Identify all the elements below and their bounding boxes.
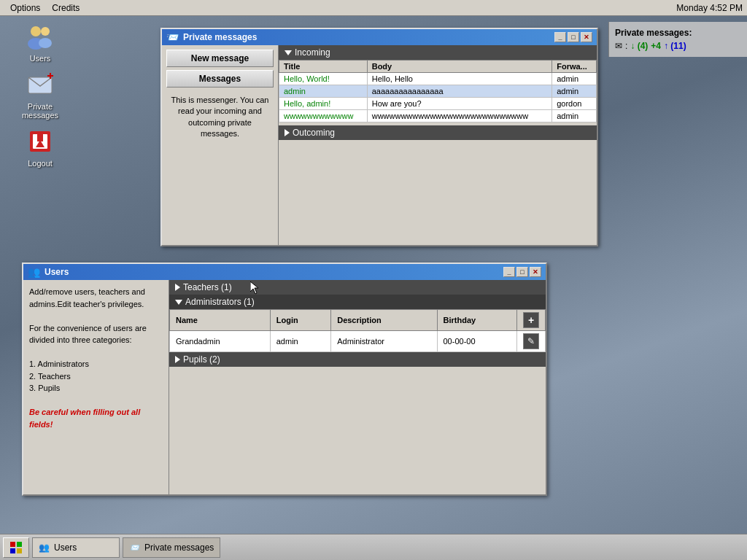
system-clock: Monday 4:52 PM — [676, 3, 743, 13]
msg-body: aaaaaaaaaaaaaaaa — [367, 85, 551, 98]
desktop: Options Credits Monday 4:52 PM Users — [0, 0, 747, 560]
incoming-section-header[interactable]: Incoming — [279, 45, 597, 60]
msg-forward: gordon — [552, 98, 597, 110]
users-warning: Be careful when filling out all fields! — [29, 406, 163, 430]
users-table: Name Login Description Birthday + — [169, 309, 546, 352]
menu-options[interactable]: Options — [4, 1, 46, 15]
users-minimize-btn[interactable]: _ — [503, 267, 515, 277]
inbox-down-badge: ↓ (4) — [630, 41, 648, 51]
messages-button[interactable]: Messages — [166, 70, 274, 88]
msg-body: How are you? — [367, 98, 551, 110]
logout-icon — [26, 127, 55, 156]
pm-minimize-btn[interactable]: _ — [554, 32, 566, 42]
admin-label: Administrators (1) — [185, 297, 255, 307]
outcoming-section-header[interactable]: Outcoming — [279, 125, 597, 140]
taskbar-users-label: Users — [54, 542, 77, 553]
svg-point-0 — [31, 26, 41, 36]
incoming-label: Incoming — [295, 47, 330, 58]
users-titlebar: 👥 Users _ □ ✕ — [23, 264, 546, 280]
col-birthday: Birthday — [437, 310, 517, 331]
svg-rect-15 — [17, 548, 22, 553]
pm-maximize-btn[interactable]: □ — [568, 32, 579, 42]
right-panel-title: Private messages: — [615, 28, 741, 38]
taskbar-users[interactable]: 👥 Users — [32, 537, 120, 558]
users-window-controls: _ □ ✕ — [503, 267, 541, 277]
msg-title: Hello, admin! — [279, 98, 368, 110]
taskbar-pm-icon: 📨 — [129, 542, 140, 553]
pm-titlebar: 📨 Private messages _ □ ✕ — [162, 29, 597, 45]
category-teachers: 2. Teachers — [29, 370, 163, 383]
svg-rect-14 — [10, 548, 15, 553]
col-login: Login — [270, 310, 330, 331]
col-description: Description — [331, 310, 437, 331]
pm-icon — [26, 70, 55, 99]
outcoming-content — [279, 140, 597, 176]
taskbar-pm-label: Private messages — [144, 542, 214, 553]
administrators-section[interactable]: Administrators (1) — [169, 295, 546, 309]
msg-title: Hello, World! — [279, 73, 368, 85]
users-maximize-btn[interactable]: □ — [516, 267, 528, 277]
category-admin: 1. Administrators — [29, 358, 163, 370]
admin-collapse-icon — [175, 300, 182, 305]
add-user-button[interactable]: + — [523, 312, 539, 328]
desktop-icon-pm[interactable]: Private messages — [15, 70, 66, 120]
users-icon-label: Users — [30, 54, 51, 63]
taskbar: 👥 Users 📨 Private messages — [0, 534, 747, 560]
pm-close-btn[interactable]: ✕ — [581, 32, 592, 42]
msg-body: Hello, Hello — [367, 73, 551, 85]
msg-title: wwwwwwwwwwww — [279, 110, 368, 122]
mail-icon: ✉ — [615, 41, 622, 51]
outcoming-expand-icon — [285, 129, 290, 136]
teachers-section[interactable]: Teachers (1) — [169, 280, 546, 295]
msg-body: wwwwwwwwwwwwwwwwwwwwwwwwwww — [367, 110, 551, 122]
pupils-label: Pupils (2) — [183, 354, 220, 365]
incoming-collapse-icon — [285, 50, 292, 55]
col-title: Title — [279, 61, 368, 73]
users-icon — [26, 22, 55, 51]
outcoming-label: Outcoming — [293, 128, 335, 138]
start-button[interactable] — [3, 537, 29, 558]
desktop-icon-logout[interactable]: Logout — [15, 127, 66, 168]
menu-credits[interactable]: Credits — [46, 1, 85, 15]
user-name: Grandadmin — [170, 331, 271, 352]
table-row[interactable]: Hello, admin! How are you? gordon — [279, 98, 597, 110]
users-sidebar-text1: Add/remove users, teachers and admins.Ed… — [29, 286, 163, 310]
pm-title-icon: 📨 — [166, 31, 179, 43]
inbox-up-badge: +4 — [651, 41, 661, 51]
teachers-expand-icon — [175, 284, 180, 291]
pupils-expand-icon — [175, 356, 180, 363]
right-panel: Private messages: ✉ : ↓ (4) +4 ↑ (11) — [608, 22, 747, 57]
pupils-section[interactable]: Pupils (2) — [169, 352, 546, 367]
outbox-badge: ↑ (11) — [664, 41, 686, 51]
pm-sidebar: New message Messages This is messenger. … — [162, 45, 279, 245]
teachers-label: Teachers (1) — [183, 282, 232, 292]
pm-main-area: Incoming Title Body Forwa... — [279, 45, 597, 245]
desktop-icon-users[interactable]: Users — [15, 22, 66, 63]
msg-forward: admin — [552, 110, 597, 122]
pm-window-controls: _ □ ✕ — [554, 32, 592, 42]
table-row[interactable]: Grandadmin admin Administrator 00-00-00 … — [170, 331, 546, 352]
messages-table: Title Body Forwa... Hello, World! Hello,… — [279, 60, 597, 122]
users-close-btn[interactable]: ✕ — [530, 267, 541, 277]
taskbar-pm[interactable]: 📨 Private messages — [123, 537, 220, 558]
pm-table-container: Title Body Forwa... Hello, World! Hello,… — [279, 60, 597, 122]
logout-icon-label: Logout — [28, 159, 53, 168]
pm-content: New message Messages This is messenger. … — [162, 45, 597, 245]
col-name: Name — [170, 310, 271, 331]
users-header-row: Name Login Description Birthday + — [170, 310, 546, 331]
svg-rect-12 — [10, 542, 15, 547]
msg-forward: admin — [552, 73, 597, 85]
mail-separator: : — [625, 41, 627, 51]
user-login: admin — [270, 331, 330, 352]
col-forward: Forwa... — [552, 61, 597, 73]
table-row[interactable]: Hello, World! Hello, Hello admin — [279, 73, 597, 85]
users-sidebar: Add/remove users, teachers and admins.Ed… — [23, 280, 169, 494]
new-message-button[interactable]: New message — [166, 50, 274, 67]
users-sidebar-text2: For the convenience of users are divided… — [29, 322, 163, 346]
taskbar-users-icon: 👥 — [39, 542, 50, 553]
table-row[interactable]: wwwwwwwwwwww wwwwwwwwwwwwwwwwwwwwwwwwwww… — [279, 110, 597, 122]
table-row[interactable]: admin aaaaaaaaaaaaaaaa admin — [279, 85, 597, 98]
edit-user-button[interactable]: ✎ — [523, 333, 539, 349]
pupils-content — [169, 367, 546, 425]
table-header-row: Title Body Forwa... — [279, 61, 597, 73]
